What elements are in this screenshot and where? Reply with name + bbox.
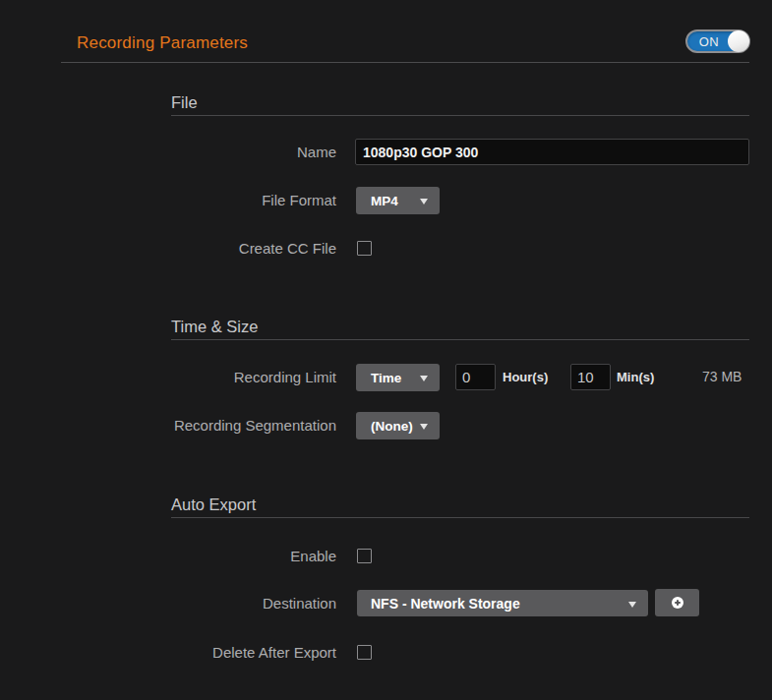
section-title-file: File: [171, 93, 198, 112]
section-title-auto-export: Auto Export: [171, 496, 256, 514]
time-size-section-divider: [171, 339, 749, 340]
recording-segmentation-label: Recording Segmentation: [174, 412, 336, 439]
minutes-input[interactable]: [570, 364, 611, 390]
delete-after-export-checkbox[interactable]: [357, 645, 372, 660]
estimated-size-value: 73 MB: [702, 364, 742, 390]
recording-segmentation-caret-icon: [420, 424, 428, 430]
minutes-unit-label: Min(s): [617, 364, 654, 390]
delete-after-export-label: Delete After Export: [212, 645, 336, 660]
destination-value: NFS - Network Storage: [371, 596, 520, 612]
file-format-label: File Format: [262, 187, 336, 214]
page-title: Recording Parameters: [77, 33, 248, 53]
hours-input[interactable]: [455, 364, 496, 390]
recording-segmentation-value: (None): [371, 419, 413, 434]
name-input[interactable]: [355, 139, 749, 165]
recording-limit-caret-icon: [420, 376, 428, 381]
destination-dropdown[interactable]: NFS - Network Storage: [357, 590, 648, 616]
hours-unit-label: Hour(s): [503, 364, 548, 390]
toggle-knob[interactable]: [728, 30, 749, 52]
file-section-divider: [171, 115, 749, 116]
file-format-caret-icon: [420, 199, 428, 204]
add-destination-button[interactable]: [655, 589, 699, 616]
recording-limit-type-value: Time: [371, 371, 401, 385]
name-label: Name: [297, 139, 336, 165]
create-cc-checkbox[interactable]: [357, 241, 372, 256]
plus-circle-icon: [670, 595, 685, 611]
header-divider: [61, 62, 749, 63]
destination-label: Destination: [263, 590, 336, 616]
enable-label: Enable: [290, 549, 336, 563]
create-cc-label: Create CC File: [239, 241, 336, 256]
section-title-time-size: Time & Size: [171, 318, 258, 336]
file-format-value: MP4: [371, 194, 398, 208]
recording-limit-label: Recording Limit: [234, 364, 336, 391]
enable-checkbox[interactable]: [357, 549, 372, 563]
recording-toggle[interactable]: ON: [685, 29, 750, 53]
file-format-dropdown[interactable]: MP4: [356, 187, 440, 214]
recording-limit-type-dropdown[interactable]: Time: [356, 364, 440, 391]
auto-export-section-divider: [171, 517, 749, 518]
recording-segmentation-dropdown[interactable]: (None): [356, 412, 440, 439]
destination-caret-icon: [628, 602, 636, 608]
toggle-on-label: ON: [687, 31, 731, 51]
